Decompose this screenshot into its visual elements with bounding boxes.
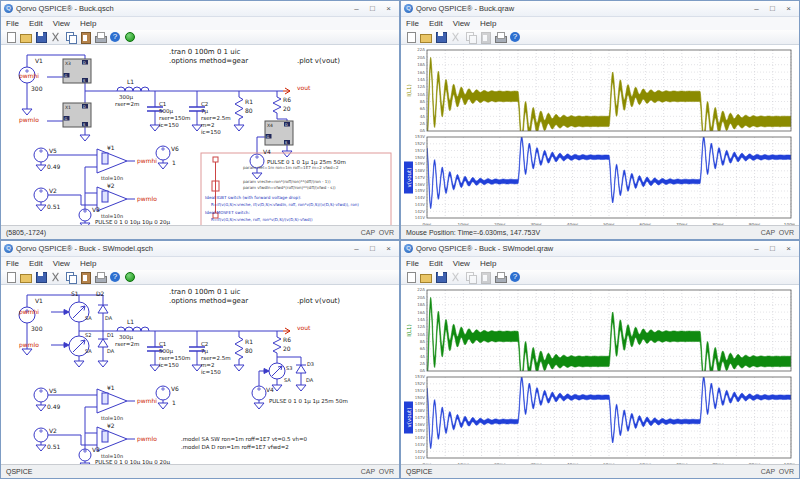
maximize-button[interactable]: □ [765, 3, 780, 14]
menu-view[interactable]: View [48, 19, 75, 28]
save-icon[interactable] [434, 271, 447, 283]
minimize-button[interactable]: – [349, 3, 364, 14]
cut-icon[interactable] [49, 31, 62, 43]
schematic-label: ic=150 [201, 369, 221, 375]
titlebar[interactable]: Qorvo QSPICE® - Buck - SWmodel.qraw – □ … [401, 241, 799, 257]
maximize-button[interactable]: □ [365, 243, 380, 254]
y-tick-label: 20A [417, 295, 425, 300]
paste-icon[interactable] [79, 271, 92, 283]
y-tick-label: 4A [420, 114, 426, 119]
print-icon[interactable] [494, 31, 507, 43]
y-tick-label: 10A [417, 92, 425, 97]
menu-edit[interactable]: Edit [24, 259, 48, 268]
help-icon[interactable] [109, 271, 122, 283]
schematic-label: 0.49 [47, 403, 61, 410]
paste-icon [479, 31, 492, 43]
open-folder-icon[interactable] [19, 271, 32, 283]
menu-edit[interactable]: Edit [24, 19, 48, 28]
y-axis-label[interactable]: v(vout) [406, 408, 412, 428]
schematic-label: V5 [49, 147, 57, 154]
close-icon[interactable]: × [781, 243, 796, 254]
maximize-button[interactable]: □ [765, 243, 780, 254]
run-icon[interactable] [124, 31, 137, 43]
minimize-button[interactable]: – [349, 243, 364, 254]
menu-file[interactable]: File [401, 259, 424, 268]
menu-file[interactable]: File [401, 19, 424, 28]
print-icon[interactable] [94, 271, 107, 283]
menu-help[interactable]: Help [475, 259, 501, 268]
menu-file[interactable]: File [1, 259, 24, 268]
menu-view[interactable]: View [48, 259, 75, 268]
statusbar: (5805,-1724) CAP OVR [1, 225, 399, 239]
status-cap-ovr: CAP OVR [361, 468, 394, 475]
y-tick-label: 150V [415, 395, 426, 400]
close-icon[interactable]: × [381, 3, 396, 14]
schematic-label: vout [297, 324, 311, 331]
open-folder-icon[interactable] [19, 31, 32, 43]
save-icon[interactable] [34, 271, 47, 283]
y-axis-label[interactable]: v(vout) [406, 168, 412, 188]
copy-icon[interactable] [64, 31, 77, 43]
schematic-label: pwmhi [19, 72, 39, 80]
help-icon[interactable] [509, 31, 522, 43]
schematic-label: R6 [283, 96, 291, 103]
y-tick-label: 8A [420, 99, 426, 104]
print-icon[interactable] [94, 31, 107, 43]
minimize-button[interactable]: – [749, 3, 764, 14]
menu-file[interactable]: File [1, 19, 24, 28]
y-axis-label[interactable]: I(L1) [406, 324, 412, 336]
cut-icon[interactable] [49, 271, 62, 283]
new-file-icon[interactable] [4, 31, 17, 43]
schematic-label: ¥1 [107, 384, 115, 391]
schematic-area[interactable]: .tran 0 100m 0 1 uic.options method=gear… [1, 285, 399, 464]
paste-icon[interactable] [79, 31, 92, 43]
schematic-label: DA [107, 348, 115, 354]
new-file-icon[interactable] [4, 271, 17, 283]
close-icon[interactable]: × [381, 243, 396, 254]
statusbar: QSPICE CAP OVR [401, 464, 799, 478]
maximize-button[interactable]: □ [365, 3, 380, 14]
schematic-label: X1 [65, 105, 71, 110]
new-file-icon[interactable] [404, 31, 417, 43]
titlebar[interactable]: Qorvo QSPICE® - Buck - SWmodel.qsch – □ … [1, 241, 399, 257]
minimize-button[interactable]: – [749, 243, 764, 254]
open-folder-icon[interactable] [419, 271, 432, 283]
waveform-area[interactable]: 22A20A18A16A14A12A10A8A6A4A2A0AI(L1)153V… [401, 45, 799, 225]
waveform-plot[interactable]: 22A20A18A16A14A12A10A8A6A4A2A0AI(L1)153V… [401, 285, 795, 464]
schematic-label: PULSE 0 1 0 10µ 10µ 0 20µ [95, 219, 171, 226]
toolbar [1, 30, 399, 45]
schematic-area[interactable]: .tran 0 100m 0 1 uic.options method=gear… [1, 45, 399, 225]
save-icon[interactable] [34, 31, 47, 43]
y-tick-label: 152V [415, 381, 426, 386]
y-axis-label[interactable]: I(L1) [406, 84, 412, 96]
open-folder-icon[interactable] [419, 31, 432, 43]
y-tick-label: 14A [417, 77, 425, 82]
save-icon[interactable] [434, 31, 447, 43]
waveform-plot[interactable]: 22A20A18A16A14A12A10A8A6A4A2A0AI(L1)153V… [401, 45, 795, 225]
print-icon[interactable] [494, 271, 507, 283]
menu-help[interactable]: Help [475, 19, 501, 28]
y-tick-label: 8A [420, 339, 426, 344]
schematic-label: V2 [49, 187, 57, 194]
schematic-label: 80 [245, 347, 253, 354]
y-tick-label: 12A [417, 84, 425, 89]
new-file-icon[interactable] [404, 271, 417, 283]
schematic-canvas[interactable]: .tran 0 100m 0 1 uic.options method=gear… [1, 45, 395, 225]
close-icon[interactable]: × [781, 3, 796, 14]
titlebar[interactable]: Qorvo QSPICE® - Buck.qsch – □ × [1, 1, 399, 17]
schematic-canvas[interactable]: .tran 0 100m 0 1 uic.options method=gear… [1, 285, 395, 464]
menu-view[interactable]: View [448, 19, 475, 28]
run-icon[interactable] [124, 271, 137, 283]
schematic-label: 20 [283, 105, 291, 112]
copy-icon[interactable] [64, 271, 77, 283]
waveform-area[interactable]: 22A20A18A16A14A12A10A8A6A4A2A0AI(L1)153V… [401, 285, 799, 464]
help-icon[interactable] [109, 31, 122, 43]
menu-edit[interactable]: Edit [424, 259, 448, 268]
menu-help[interactable]: Help [75, 259, 101, 268]
help-icon[interactable] [509, 271, 522, 283]
menu-view[interactable]: View [448, 259, 475, 268]
menu-edit[interactable]: Edit [424, 19, 448, 28]
menu-help[interactable]: Help [75, 19, 101, 28]
titlebar[interactable]: Qorvo QSPICE® - Buck.qraw – □ × [401, 1, 799, 17]
window-buck-qraw: Qorvo QSPICE® - Buck.qraw – □ × FileEdit… [400, 0, 800, 240]
